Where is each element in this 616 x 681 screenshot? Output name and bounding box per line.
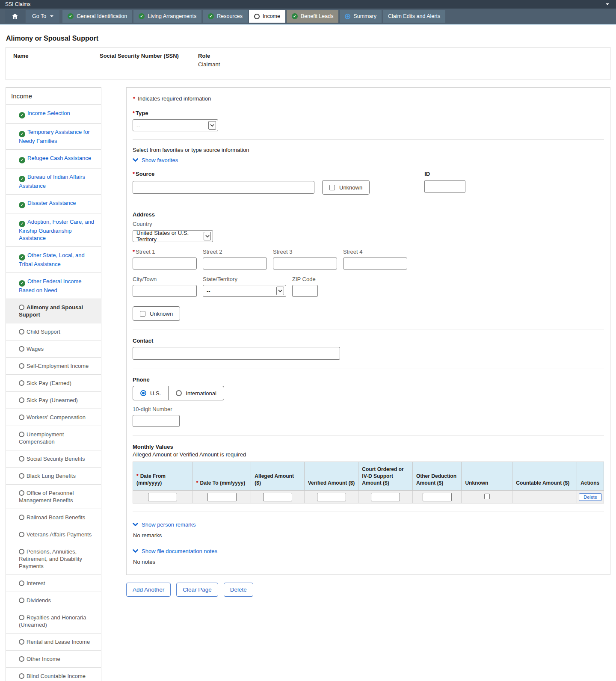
sidebar-item[interactable]: Refugee Cash Assistance	[6, 149, 101, 168]
sidebar-item[interactable]: Blind Countable Income	[6, 667, 101, 681]
sidebar-item[interactable]: Office of Personnel Management Benefits	[6, 484, 101, 509]
sidebar-item-label: Alimony and Spousal Support	[19, 304, 83, 318]
nav-tab-label: Living Arrangements	[148, 13, 196, 19]
street3-input[interactable]	[273, 258, 337, 269]
source-input[interactable]	[133, 181, 314, 194]
sidebar-item[interactable]: Black Lung Benefits	[6, 467, 101, 484]
sidebar-item[interactable]: Self-Employment Income	[6, 357, 101, 374]
sidebar-item[interactable]: Workers' Compensation	[6, 409, 101, 426]
sidebar-item[interactable]: Child Support	[6, 323, 101, 340]
sidebar-item[interactable]: Adoption, Foster Care, and Kinship Guard…	[6, 213, 101, 246]
sidebar-list: Income Selection Temporary Assistance fo…	[6, 104, 101, 681]
phone-international-option[interactable]: International	[168, 386, 224, 400]
other-deduction-amount-input[interactable]	[423, 493, 452, 501]
sidebar-item[interactable]: Wages	[6, 340, 101, 357]
chevron-down-icon	[204, 232, 211, 240]
sidebar-item[interactable]: Interest	[6, 574, 101, 592]
nav-tab[interactable]: Living Arrangements	[133, 10, 201, 23]
nav-tabs: General Identification Living Arrangemen…	[62, 10, 445, 23]
nav-tab[interactable]: Income	[249, 10, 285, 23]
nav-tab[interactable]: Claim Edits and Alerts	[383, 10, 445, 23]
sidebar-item[interactable]: Sick Pay (Unearned)	[6, 391, 101, 409]
street1-input[interactable]	[133, 258, 197, 269]
state-select[interactable]: --	[203, 285, 286, 297]
sidebar-item-label: Interest	[27, 580, 45, 586]
address-unknown-toggle[interactable]: Unknown	[133, 306, 180, 321]
alleged-amount-input[interactable]	[263, 493, 292, 501]
check-circle-icon	[19, 202, 25, 208]
column-header: Alleged Amount ($)	[251, 462, 304, 491]
show-person-remarks-link[interactable]: Show person remarks	[133, 521, 195, 528]
sidebar-item-label: Workers' Compensation	[27, 414, 86, 420]
id-input[interactable]	[424, 180, 465, 193]
nav-tab[interactable]: Benefit Leads	[287, 10, 338, 23]
column-header: Date To (mm/yyyy)	[192, 462, 251, 491]
sidebar-item[interactable]: Other Income	[6, 650, 101, 667]
source-unknown-toggle[interactable]: Unknown	[322, 180, 370, 195]
radio-icon	[176, 390, 182, 396]
date-from-input[interactable]	[148, 493, 177, 501]
sidebar-item-label: Office of Personnel Management Benefits	[19, 490, 74, 503]
show-favorites-link[interactable]: Show favorites	[133, 157, 178, 163]
court-ordered-amount-input[interactable]	[371, 493, 400, 501]
sidebar-item[interactable]: Royalties and Honoraria (Unearned)	[6, 609, 101, 633]
sidebar-item[interactable]: Other State, Local, and Tribal Assistanc…	[6, 246, 101, 272]
menu-caret-icon[interactable]	[606, 3, 609, 7]
nav-tab[interactable]: Summary	[340, 10, 381, 23]
zip-input[interactable]	[292, 285, 318, 297]
street2-input[interactable]	[203, 258, 267, 269]
phone-us-option[interactable]: U.S.	[133, 386, 168, 400]
sidebar-item-label: Pensions, Annuities, Retirement, and Dis…	[19, 548, 82, 569]
chevron-down-icon	[276, 287, 284, 295]
divider	[133, 139, 604, 140]
sidebar-item[interactable]: Dividends	[6, 592, 101, 609]
sidebar-item[interactable]: Railroad Board Benefits	[6, 509, 101, 526]
sidebar-item[interactable]: Veterans Affairs Payments	[6, 526, 101, 543]
type-select[interactable]: --	[133, 119, 218, 131]
add-another-button[interactable]: Add Another	[126, 583, 171, 597]
radio-circle-icon	[19, 346, 24, 352]
sidebar-item[interactable]: Other Federal Income Based on Need	[6, 272, 101, 299]
go-to-dropdown[interactable]: Go To	[26, 10, 59, 23]
sidebar-item[interactable]: Bureau of Indian Affairs Assistance	[6, 168, 101, 194]
sidebar-item[interactable]: Sick Pay (Earned)	[6, 374, 101, 391]
radio-circle-icon	[19, 532, 24, 537]
show-file-notes-link[interactable]: Show file documentation notes	[133, 548, 217, 554]
sidebar-item-label: Unemployment Compensation	[19, 431, 64, 445]
contact-input[interactable]	[133, 347, 340, 360]
radio-circle-icon	[19, 415, 24, 420]
sidebar-item[interactable]: Temporary Assistance for Needy Families	[6, 123, 101, 149]
clear-page-button[interactable]: Clear Page	[176, 583, 218, 597]
date-to-input[interactable]	[207, 493, 237, 501]
sidebar-item[interactable]: Social Security Benefits	[6, 450, 101, 467]
chevron-down-icon	[133, 523, 138, 527]
sidebar-item[interactable]: Unemployment Compensation	[6, 426, 101, 450]
phone-number-input[interactable]	[133, 415, 180, 427]
nav-tab-label: Claim Edits and Alerts	[388, 13, 440, 19]
city-input[interactable]	[133, 285, 197, 297]
row-delete-button[interactable]: Delete	[579, 493, 602, 501]
sidebar-item[interactable]: Rental and Lease Income	[6, 633, 101, 650]
column-header: Court Ordered or IV-D Support Amount ($)	[358, 462, 413, 491]
check-circle-icon	[19, 176, 25, 182]
nav-tab[interactable]: General Identification	[62, 10, 132, 23]
income-sidebar: Income Income Selection Temporary Assist…	[6, 87, 101, 681]
check-circle-icon	[139, 13, 145, 19]
radio-circle-icon	[19, 456, 24, 462]
delete-button[interactable]: Delete	[224, 583, 253, 597]
sidebar-item[interactable]: Income Selection	[6, 104, 101, 123]
street4-input[interactable]	[343, 258, 407, 269]
home-button[interactable]	[5, 10, 25, 23]
sidebar-item[interactable]: Alimony and Spousal Support	[6, 299, 101, 323]
nav-tab[interactable]: Resources	[203, 10, 248, 23]
sidebar-item[interactable]: Pensions, Annuities, Retirement, and Dis…	[6, 543, 101, 574]
radio-circle-icon	[19, 598, 24, 603]
radio-circle-icon	[19, 673, 24, 679]
unknown-checkbox[interactable]	[484, 494, 490, 499]
sidebar-item-label: Income Selection	[27, 110, 70, 116]
sidebar-item[interactable]: Disaster Assistance	[6, 194, 101, 213]
name-label: Name	[13, 53, 100, 59]
verified-amount-input[interactable]	[317, 493, 346, 501]
country-select[interactable]: United States or U.S. Territory	[133, 230, 213, 242]
column-header: Date From (mm/yyyy)	[133, 462, 193, 491]
